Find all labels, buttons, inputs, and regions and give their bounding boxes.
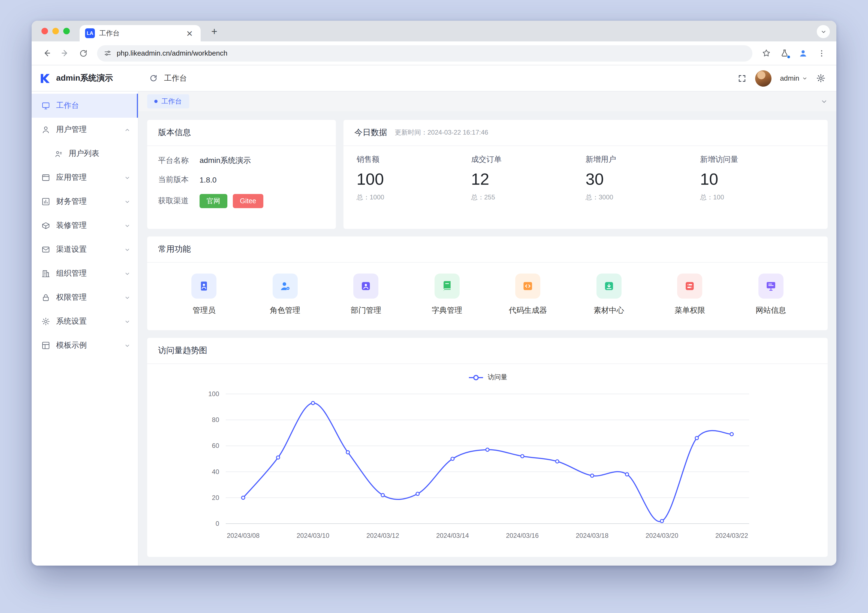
back-arrow-icon — [42, 48, 51, 58]
browser-address-bar: php.likeadmin.cn/admin/workbench — [32, 42, 836, 65]
sidebar-item-decorate-management[interactable]: 装修管理 — [32, 214, 138, 238]
svg-text:60: 60 — [212, 442, 219, 449]
shortcut-admin[interactable]: 管理员 — [164, 274, 245, 316]
user-menu[interactable]: admin — [780, 74, 808, 82]
sidebar-item-org-management[interactable]: 组织管理 — [32, 262, 138, 285]
admin-badge-icon — [198, 280, 210, 292]
forward-arrow-icon — [60, 48, 70, 58]
sidebar-item-system-settings[interactable]: 系统设置 — [32, 310, 138, 333]
url-text: php.likeadmin.cn/admin/workbench — [117, 49, 227, 57]
site-settings-icon — [104, 49, 112, 57]
shortcut-website-info[interactable]: 网站信息 — [730, 274, 811, 316]
new-tab-button[interactable]: + — [207, 25, 222, 39]
bookmark-button[interactable] — [758, 45, 774, 61]
sidebar: 工作台 用户管理 用户列表 应用管理 — [32, 91, 138, 566]
zoom-window-button[interactable] — [63, 28, 70, 34]
chevron-up-icon — [124, 127, 130, 133]
back-button[interactable] — [38, 45, 54, 61]
fullscreen-icon[interactable] — [738, 74, 746, 82]
forward-button[interactable] — [57, 45, 73, 61]
browser-window: LA 工作台 ✕ + php.likeadmin.cn/admin/workb — [32, 21, 836, 566]
shortcut-dictionary-management[interactable]: 字典管理 — [406, 274, 487, 316]
url-field[interactable]: php.likeadmin.cn/admin/workbench — [97, 45, 752, 61]
gitee-button[interactable]: Gitee — [233, 194, 264, 208]
refresh-icon[interactable] — [149, 74, 158, 82]
user-avatar[interactable] — [755, 70, 771, 87]
common-functions-title: 常用功能 — [158, 244, 191, 254]
site-favicon: LA — [85, 28, 95, 38]
active-tab-dot — [154, 100, 158, 103]
chevron-down-icon — [124, 223, 130, 229]
chevron-down-icon — [802, 76, 808, 81]
legend-line-icon — [468, 374, 484, 381]
reload-button[interactable] — [75, 45, 91, 61]
sidebar-item-user-management[interactable]: 用户管理 — [32, 118, 138, 142]
material-box-icon — [603, 280, 615, 292]
sidebar-item-template-examples[interactable]: 模板示例 — [32, 333, 138, 358]
updated-time-text: 更新时间：2024-03-22 16:17:46 — [395, 128, 488, 137]
svg-text:2024/03/14: 2024/03/14 — [436, 532, 469, 539]
profile-person-icon — [798, 48, 808, 58]
likeadmin-logo-icon — [39, 72, 51, 84]
tabs-chevron-down-icon[interactable] — [821, 98, 828, 105]
svg-text:2024/03/22: 2024/03/22 — [715, 532, 748, 539]
sidebar-item-app-management[interactable]: 应用管理 — [32, 166, 138, 190]
shortcut-code-generator[interactable]: 代码生成器 — [487, 274, 569, 316]
version-card-title: 版本信息 — [158, 127, 191, 138]
building-icon — [42, 269, 50, 278]
browser-tab[interactable]: LA 工作台 ✕ — [80, 25, 201, 42]
shortcut-role-management[interactable]: 角色管理 — [245, 274, 326, 316]
extension-badge-dot — [787, 55, 790, 59]
stat-orders: 成交订单 12 总：255 — [471, 155, 586, 202]
user-name: admin — [780, 74, 799, 82]
svg-text:2024/03/18: 2024/03/18 — [576, 532, 609, 539]
dictionary-book-icon — [441, 280, 453, 292]
svg-text:80: 80 — [212, 416, 219, 423]
svg-text:20: 20 — [212, 494, 219, 501]
stat-new-users: 新增用户 30 总：3000 — [586, 155, 700, 202]
stat-sales: 销售额 100 总：1000 — [356, 155, 471, 202]
app-body: 工作台 用户管理 用户列表 应用管理 — [32, 91, 836, 566]
today-data-card: 今日数据 更新时间：2024-03-22 16:17:46 销售额 100 总：… — [344, 120, 828, 229]
menu-auth-toggle-icon — [684, 280, 696, 292]
shortcut-menu-permission[interactable]: 菜单权限 — [649, 274, 730, 316]
sidebar-item-user-list[interactable]: 用户列表 — [32, 142, 138, 166]
close-window-button[interactable] — [42, 28, 48, 34]
sidebar-item-channel-settings[interactable]: 渠道设置 — [32, 238, 138, 262]
extension-button[interactable] — [777, 45, 793, 61]
sidebar-item-finance-management[interactable]: 财务管理 — [32, 190, 138, 214]
star-icon — [761, 48, 771, 58]
chevron-down-icon — [124, 342, 130, 348]
app-title: admin系统演示 — [56, 73, 113, 84]
chevron-down-icon — [124, 246, 130, 252]
tab-search-button[interactable] — [817, 25, 830, 38]
sidebar-item-permission-management[interactable]: 权限管理 — [32, 285, 138, 310]
svg-text:2024/03/20: 2024/03/20 — [646, 532, 678, 539]
app-header: 工作台 admin — [138, 65, 836, 91]
browser-profile-button[interactable] — [795, 45, 811, 61]
settings-gear-icon[interactable] — [816, 74, 826, 83]
app-logo[interactable]: admin系统演示 — [32, 65, 138, 91]
page-tabs-bar: 工作台 — [138, 91, 836, 111]
visit-trend-title: 访问量趋势图 — [158, 345, 207, 356]
browser-menu-button[interactable] — [814, 45, 830, 61]
svg-text:2024/03/16: 2024/03/16 — [506, 532, 539, 539]
official-site-button[interactable]: 官网 — [200, 194, 227, 208]
sidebar-item-workbench[interactable]: 工作台 — [32, 94, 138, 118]
platform-name-label: 平台名称 — [158, 156, 200, 166]
visit-trend-card: 访问量趋势图 访问量 0204060801002024/03/082024/03… — [147, 338, 828, 557]
chart-legend[interactable]: 访问量 — [156, 373, 819, 382]
version-info-card: 版本信息 平台名称 admin系统演示 当前版本 1.8. — [147, 120, 336, 229]
chevron-down-icon — [124, 319, 130, 325]
window-controls — [42, 28, 70, 34]
lock-icon — [42, 293, 50, 302]
current-version-label: 当前版本 — [158, 175, 200, 185]
page-tab-workbench[interactable]: 工作台 — [147, 94, 189, 108]
common-functions-card: 常用功能 管理员 — [147, 237, 828, 330]
user-icon — [42, 125, 50, 134]
shortcut-material-center[interactable]: 素材中心 — [569, 274, 649, 316]
tab-close-icon[interactable]: ✕ — [184, 28, 195, 39]
minimize-window-button[interactable] — [52, 28, 59, 34]
browser-tab-strip: LA 工作台 ✕ + — [32, 21, 836, 42]
shortcut-department-management[interactable]: 部门管理 — [326, 274, 406, 316]
